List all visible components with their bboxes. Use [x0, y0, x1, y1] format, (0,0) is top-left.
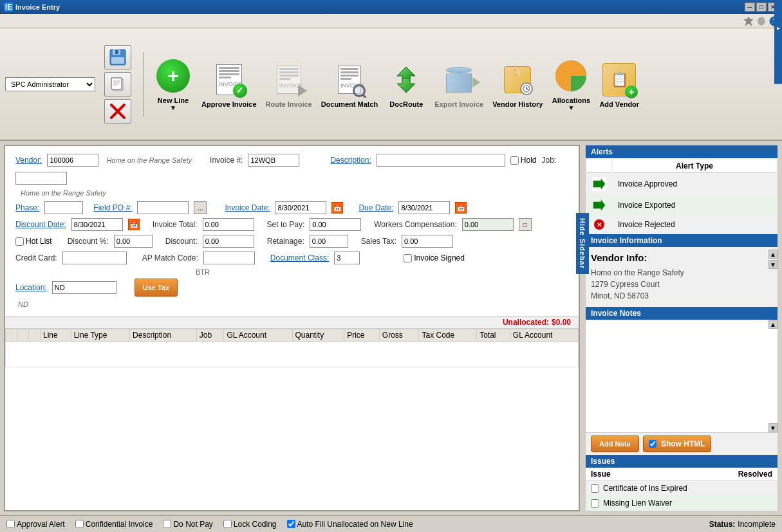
alert-icon-exported: [587, 196, 611, 216]
location-label[interactable]: Location:: [15, 283, 47, 292]
show-html-checkbox[interactable]: [649, 440, 656, 448]
retainage-input[interactable]: [310, 235, 348, 248]
hot-list-checkbox[interactable]: [15, 237, 24, 246]
discount-pct-input[interactable]: [114, 235, 153, 248]
maximize-button[interactable]: □: [756, 3, 767, 12]
minimize-button[interactable]: ─: [745, 3, 755, 12]
export-invoice-button[interactable]: Export Invoice: [431, 58, 487, 111]
vendor-label[interactable]: Vendor:: [15, 156, 42, 165]
col-check1: [6, 329, 17, 342]
issue-0-checkbox[interactable]: [591, 484, 599, 493]
description-label[interactable]: Description:: [330, 156, 371, 165]
docroute-button[interactable]: DocRoute: [383, 58, 429, 111]
vendor-history-button[interactable]: 📜 Vendor History: [489, 58, 546, 111]
ap-match-input[interactable]: [203, 252, 255, 264]
invoice-date-picker[interactable]: 📅: [331, 202, 343, 214]
due-date-input[interactable]: [398, 201, 450, 214]
document-match-button[interactable]: INVOICE Document Match: [317, 58, 382, 111]
col-check2: [17, 329, 29, 342]
main-area: Vendor: Home on the Range Safety Invoice…: [0, 141, 782, 515]
lock-coding-checkbox[interactable]: [223, 520, 232, 528]
save-button[interactable]: [104, 45, 131, 69]
alert-row-rejected: ✕ Invoice Rejected: [587, 217, 776, 233]
invoice-num-label: Invoice #:: [210, 156, 243, 165]
workers-comp-input[interactable]: [462, 218, 514, 231]
document-class-input[interactable]: [334, 252, 360, 264]
sales-tax-input[interactable]: [402, 235, 453, 248]
pin-icon[interactable]: [743, 16, 754, 26]
sidebar-toggle[interactable]: ◄: [774, 0, 782, 84]
set-to-pay-input[interactable]: [310, 218, 361, 231]
discount-date-label[interactable]: Discount Date:: [15, 220, 66, 229]
gear-icon[interactable]: [756, 16, 767, 26]
add-note-button[interactable]: Add Note: [591, 436, 639, 452]
info-scroll-up[interactable]: ▲: [768, 250, 777, 259]
discount-date-picker[interactable]: 📅: [128, 219, 140, 230]
do-not-pay-checkbox[interactable]: [163, 520, 171, 528]
workers-comp-picker[interactable]: □: [519, 218, 532, 231]
docroute-label: DocRoute: [389, 100, 423, 108]
docroute-icon: [388, 62, 424, 98]
field-po-label[interactable]: Field PO #:: [93, 203, 132, 212]
auto-fill-checkbox[interactable]: [287, 520, 295, 528]
job-input[interactable]: [15, 172, 67, 185]
route-invoice-label: Route Invoice: [266, 100, 312, 108]
confidential-invoice-checkbox[interactable]: [75, 520, 84, 528]
vendor-input[interactable]: [47, 154, 98, 167]
issue-1-checkbox[interactable]: [591, 499, 599, 508]
invoice-total-input[interactable]: [203, 218, 254, 231]
credit-card-input[interactable]: [62, 252, 127, 264]
approval-alert-text: Approval Alert: [17, 520, 65, 529]
invoice-date-label[interactable]: Invoice Date:: [225, 203, 270, 212]
route-invoice-icon: INVOICE: [271, 62, 307, 98]
info-scroll-down[interactable]: ▼: [768, 260, 777, 269]
vendor-info-name: Home on the Range Safety: [591, 267, 772, 279]
notes-scroll-up[interactable]: ▲: [768, 320, 777, 329]
discount-input[interactable]: [203, 235, 254, 248]
unallocated-value: $0.00: [552, 318, 571, 327]
route-invoice-button[interactable]: INVOICE Route Invoice: [262, 58, 316, 111]
workers-comp-label: Workers Compensation:: [374, 220, 457, 229]
export-invoice-icon: [442, 63, 476, 96]
col-price: Price: [344, 329, 380, 342]
copy-button[interactable]: [104, 72, 131, 96]
approval-alert-checkbox[interactable]: [6, 520, 15, 528]
issue-col-header: Issue: [591, 470, 734, 479]
delete-button[interactable]: [104, 99, 131, 124]
phase-label[interactable]: Phase:: [15, 203, 39, 212]
new-line-button[interactable]: + New Line ▼: [150, 54, 196, 114]
invoice-date-input[interactable]: [275, 201, 326, 214]
discount-date-input[interactable]: [71, 218, 123, 231]
approve-invoice-button[interactable]: INVOICE ✓ Approve Invoice: [198, 58, 261, 111]
invoice-signed-checkbox[interactable]: [404, 254, 412, 262]
save-icon: [109, 48, 127, 66]
col-line: Line: [41, 329, 71, 342]
allocations-button[interactable]: Allocations ▼: [548, 54, 594, 114]
col-total: Total: [477, 329, 510, 342]
use-tax-button[interactable]: Use Tax: [135, 279, 178, 297]
table-body: [6, 342, 579, 367]
invoice-signed-label: Invoice Signed: [414, 253, 465, 262]
vendor-history-icon: 📜: [501, 63, 534, 96]
phase-input[interactable]: [44, 201, 83, 214]
invoice-info-header: Invoice Information: [586, 234, 777, 247]
document-class-label[interactable]: Document Class:: [270, 253, 329, 262]
hide-sidebar-button[interactable]: Hide Sidebar: [585, 213, 589, 274]
alerts-header: Alerts: [586, 145, 777, 158]
allocations-arrow: ▼: [568, 104, 574, 111]
do-not-pay-label: Do Not Pay: [163, 520, 212, 529]
field-po-input[interactable]: [137, 201, 189, 214]
ap-match-label: AP Match Code:: [142, 253, 198, 262]
notes-scroll-down[interactable]: ▼: [768, 423, 777, 432]
add-vendor-button[interactable]: 📋 + Add Vendor: [595, 58, 643, 111]
location-input[interactable]: [52, 281, 116, 294]
field-po-picker[interactable]: ...: [194, 201, 207, 214]
user-dropdown[interactable]: SPC Administrator: [5, 77, 95, 91]
invoice-num-input[interactable]: [248, 154, 299, 167]
show-html-button[interactable]: Show HTML: [643, 436, 711, 452]
description-input[interactable]: [377, 154, 505, 167]
alerts-table: Alert Type Invoice A: [586, 158, 777, 234]
hold-checkbox[interactable]: [510, 156, 519, 165]
due-date-picker[interactable]: 📅: [455, 202, 467, 214]
due-date-label[interactable]: Due Date:: [358, 203, 393, 212]
